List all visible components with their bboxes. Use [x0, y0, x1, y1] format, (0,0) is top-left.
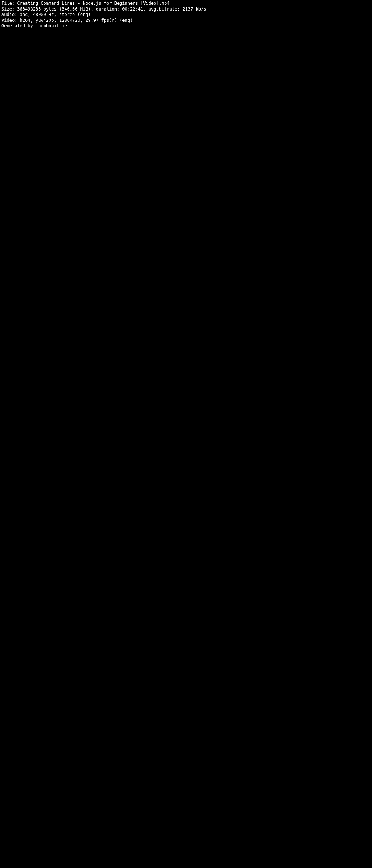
video-line: Video: h264, yuv420p, 1280x720, 29.97 fp…: [1, 18, 371, 24]
size-line: Size: 363498233 bytes (346.66 MiB), dura…: [1, 7, 371, 12]
file-metadata: File: Creating Command Lines - Node.js f…: [0, 0, 372, 30]
file-line: File: Creating Command Lines - Node.js f…: [1, 1, 371, 7]
audio-line: Audio: aac, 48000 Hz, stereo (eng): [1, 12, 371, 18]
gen-line: Generated by Thumbnail me: [1, 23, 371, 29]
